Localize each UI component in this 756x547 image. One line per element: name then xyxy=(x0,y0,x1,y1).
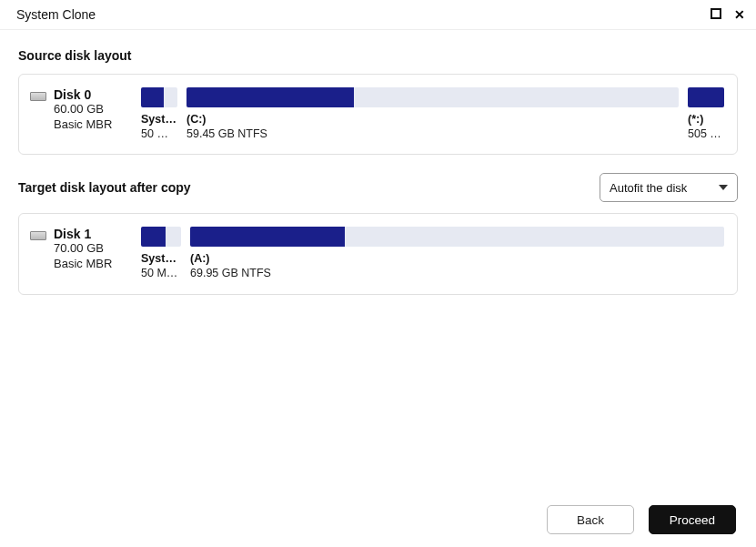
partition-label: Syste… xyxy=(141,113,177,127)
partition-label: (A:) xyxy=(190,252,724,267)
maximize-icon[interactable] xyxy=(711,7,721,22)
target-disk-size: 70.00 GB xyxy=(54,241,130,257)
titlebar: System Clone ✕ xyxy=(0,0,756,30)
target-disk-card: Disk 1 70.00 GB Basic MBR System… 50 MB … xyxy=(18,213,738,294)
window-controls: ✕ xyxy=(711,7,745,22)
fit-mode-dropdown[interactable]: Autofit the disk xyxy=(600,173,738,202)
target-disk-type: Basic MBR xyxy=(54,257,130,272)
partition-label: System… xyxy=(141,252,181,267)
partition-sublabel: 50 MB… xyxy=(141,127,177,142)
back-button[interactable]: Back xyxy=(547,505,634,534)
partition-fill xyxy=(190,227,345,247)
disk-icon xyxy=(30,92,46,101)
target-section-label: Target disk layout after copy xyxy=(18,180,191,195)
source-partition-2[interactable]: (*:) 505 M… xyxy=(688,87,724,141)
partition-sublabel: 59.45 GB NTFS xyxy=(186,127,679,142)
partition-fill xyxy=(186,87,354,107)
window-title: System Clone xyxy=(16,7,96,22)
partition-sublabel: 69.95 GB NTFS xyxy=(190,267,724,281)
close-icon[interactable]: ✕ xyxy=(734,9,745,20)
source-section-label: Source disk layout xyxy=(18,48,738,63)
source-disk-info: Disk 0 60.00 GB Basic MBR xyxy=(30,87,130,133)
source-disk-type: Basic MBR xyxy=(54,117,130,133)
target-partition-0[interactable]: System… 50 MB … xyxy=(141,227,181,280)
source-disk-size: 60.00 GB xyxy=(54,102,130,117)
partition-fill xyxy=(141,87,164,107)
dropdown-value: Autofit the disk xyxy=(610,181,687,195)
source-partitions: Syste… 50 MB… (C:) 59.45 GB NTFS (*:) 50… xyxy=(141,87,724,141)
partition-sublabel: 505 M… xyxy=(688,127,724,142)
source-disk-card: Disk 0 60.00 GB Basic MBR Syste… 50 MB… … xyxy=(18,74,738,155)
proceed-button[interactable]: Proceed xyxy=(649,505,736,534)
target-disk-info: Disk 1 70.00 GB Basic MBR xyxy=(30,227,130,272)
partition-label: (*:) xyxy=(688,113,724,127)
partition-sublabel: 50 MB … xyxy=(141,267,181,281)
chevron-down-icon xyxy=(719,185,728,190)
partition-label: (C:) xyxy=(186,113,679,127)
partition-fill xyxy=(141,227,166,247)
target-disk-name: Disk 1 xyxy=(54,227,91,241)
source-disk-name: Disk 0 xyxy=(54,87,91,102)
target-partitions: System… 50 MB … (A:) 69.95 GB NTFS xyxy=(141,227,724,280)
content: Source disk layout Disk 0 60.00 GB Basic… xyxy=(0,30,756,295)
disk-icon xyxy=(30,231,46,240)
source-partition-1[interactable]: (C:) 59.45 GB NTFS xyxy=(186,87,679,141)
footer: Back Proceed xyxy=(0,505,756,534)
target-header: Target disk layout after copy Autofit th… xyxy=(18,173,738,202)
source-partition-0[interactable]: Syste… 50 MB… xyxy=(141,87,177,141)
target-partition-1[interactable]: (A:) 69.95 GB NTFS xyxy=(190,227,724,280)
partition-fill xyxy=(688,87,724,107)
